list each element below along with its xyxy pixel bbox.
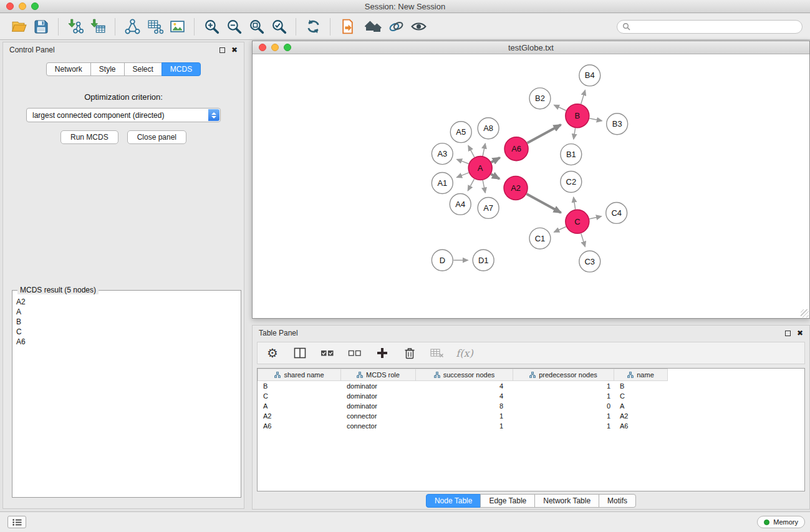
cell-successor-nodes[interactable]: 1 — [416, 422, 513, 430]
cell-predecessor-nodes[interactable]: 1 — [513, 382, 614, 390]
edge-C-C3[interactable] — [581, 233, 585, 246]
result-item[interactable]: A — [16, 307, 237, 317]
cell-name[interactable]: C — [614, 392, 668, 400]
edge-A6-B[interactable] — [528, 125, 561, 143]
edge-A-A8[interactable] — [483, 143, 485, 156]
float-panel-icon[interactable] — [785, 331, 791, 336]
maximize-window-button[interactable] — [31, 2, 39, 10]
node-C1[interactable]: C1 — [529, 228, 551, 249]
result-item[interactable]: A2 — [16, 297, 237, 307]
close-panel-icon[interactable]: ✖ — [231, 46, 238, 54]
zoom-in-button[interactable] — [200, 16, 223, 37]
node-B[interactable]: B — [566, 104, 589, 128]
save-session-button[interactable] — [30, 16, 52, 37]
result-item[interactable]: A6 — [16, 337, 237, 347]
edge-A-A6[interactable] — [491, 158, 500, 162]
node-B4[interactable]: B4 — [579, 65, 600, 86]
table-row[interactable]: A dominator 8 0 A — [258, 401, 804, 411]
cell-successor-nodes[interactable]: 4 — [416, 382, 513, 390]
column-header-mcds-role[interactable]: MCDS role — [341, 369, 416, 381]
node-B3[interactable]: B3 — [607, 114, 628, 135]
node-C4[interactable]: C4 — [606, 202, 627, 223]
close-window-button[interactable] — [6, 2, 14, 10]
cell-predecessor-nodes[interactable]: 1 — [513, 412, 614, 420]
cell-mcds-role[interactable]: dominator — [341, 382, 416, 390]
add-column-button[interactable] — [374, 344, 391, 362]
node-C[interactable]: C — [566, 210, 589, 233]
tab-node-table[interactable]: Node Table — [426, 494, 481, 508]
maximize-network-window-button[interactable] — [284, 44, 291, 51]
edge-C-C4[interactable] — [589, 216, 601, 219]
homepage-button[interactable] — [362, 16, 385, 37]
diagram-button[interactable] — [385, 16, 407, 37]
cell-mcds-role[interactable]: dominator — [341, 392, 416, 400]
zoom-out-button[interactable] — [223, 16, 245, 37]
apply-layout-button[interactable] — [302, 16, 324, 37]
node-D1[interactable]: D1 — [473, 249, 494, 271]
tab-network-table[interactable]: Network Table — [534, 494, 599, 508]
minimize-window-button[interactable] — [19, 2, 26, 10]
result-item[interactable]: C — [16, 327, 237, 337]
tab-select[interactable]: Select — [124, 62, 162, 76]
export-network-button[interactable] — [143, 16, 166, 37]
column-header-predecessor-nodes[interactable]: predecessor nodes — [513, 369, 614, 381]
import-network-button[interactable] — [64, 16, 87, 37]
tab-motifs[interactable]: Motifs — [599, 494, 636, 508]
tab-edge-table[interactable]: Edge Table — [480, 494, 535, 508]
node-D[interactable]: D — [432, 249, 453, 271]
table-settings-button[interactable]: ⚙ — [264, 344, 281, 362]
zoom-fit-button[interactable] — [245, 16, 268, 37]
cell-predecessor-nodes[interactable]: 1 — [513, 422, 614, 430]
node-A3[interactable]: A3 — [432, 143, 453, 165]
close-network-window-button[interactable] — [259, 44, 266, 51]
edge-C-C2[interactable] — [574, 197, 576, 209]
node-A4[interactable]: A4 — [450, 193, 471, 215]
column-header-shared-name[interactable]: shared name — [258, 369, 341, 381]
show-columns-button[interactable] — [291, 344, 309, 362]
float-panel-icon[interactable] — [219, 47, 225, 53]
cell-predecessor-nodes[interactable]: 0 — [513, 402, 614, 410]
cell-successor-nodes[interactable]: 1 — [416, 412, 513, 420]
node-B1[interactable]: B1 — [561, 144, 582, 165]
tab-network[interactable]: Network — [46, 62, 91, 76]
show-details-button[interactable] — [407, 16, 430, 37]
node-C2[interactable]: C2 — [561, 172, 582, 193]
cell-name[interactable]: A — [614, 402, 668, 410]
cell-mcds-role[interactable]: connector — [341, 412, 416, 420]
node-A6[interactable]: A6 — [504, 137, 528, 161]
cell-name[interactable]: A6 — [614, 422, 668, 430]
table-row[interactable]: A2 connector 1 1 A2 — [258, 411, 804, 421]
edge-A-A7[interactable] — [483, 180, 485, 193]
zoom-selected-button[interactable] — [268, 16, 290, 37]
cell-shared-name[interactable]: B — [258, 382, 341, 390]
select-all-button[interactable] — [319, 344, 336, 362]
edge-A-A5[interactable] — [468, 146, 475, 157]
node-A5[interactable]: A5 — [450, 122, 471, 143]
delete-table-button[interactable] — [428, 344, 446, 362]
window-resize-grip[interactable] — [801, 309, 809, 317]
cell-mcds-role[interactable]: connector — [341, 422, 416, 430]
cell-successor-nodes[interactable]: 4 — [416, 392, 513, 400]
close-panel-icon[interactable]: ✖ — [797, 329, 803, 337]
column-header-successor-nodes[interactable]: successor nodes — [416, 369, 513, 381]
minimize-network-window-button[interactable] — [271, 44, 279, 51]
function-builder-button[interactable]: f(x) — [456, 344, 473, 362]
task-history-button[interactable] — [7, 516, 26, 528]
cell-predecessor-nodes[interactable]: 1 — [513, 392, 614, 400]
node-A7[interactable]: A7 — [478, 197, 499, 218]
edge-B-B4[interactable] — [581, 90, 586, 104]
cell-shared-name[interactable]: A — [258, 402, 341, 410]
network-graph[interactable]: B4B2BB3A5A8A6B1A3AC2A1A2A4A7C4CC1C3DD1 — [253, 55, 809, 318]
edge-C-C1[interactable] — [554, 227, 566, 232]
cell-name[interactable]: A2 — [614, 412, 668, 420]
edge-A-A4[interactable] — [468, 179, 474, 191]
run-mcds-button[interactable]: Run MCDS — [60, 130, 118, 144]
node-B2[interactable]: B2 — [529, 88, 551, 109]
edge-A-A3[interactable] — [457, 159, 469, 163]
memory-button[interactable]: Memory — [757, 516, 805, 528]
criterion-dropdown[interactable]: largest connected component (directed) — [26, 108, 221, 122]
close-panel-button[interactable]: Close panel — [127, 130, 186, 144]
edge-A2-C[interactable] — [527, 194, 561, 213]
node-A2[interactable]: A2 — [504, 177, 528, 200]
table-row[interactable]: B dominator 4 1 B — [258, 381, 804, 391]
